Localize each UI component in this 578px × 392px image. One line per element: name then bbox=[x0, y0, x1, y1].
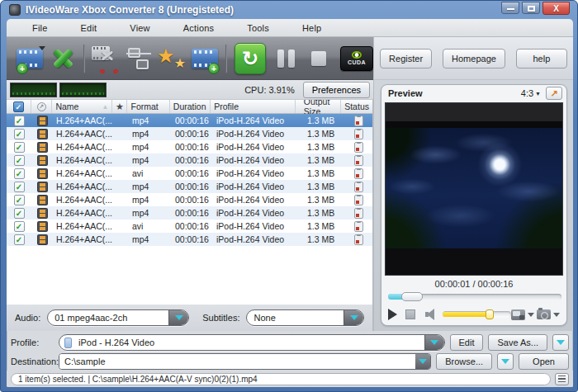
type-column-header[interactable]: ↗ bbox=[31, 100, 53, 113]
seek-thumb[interactable] bbox=[401, 292, 423, 301]
audio-subtitle-bar: Audio: 01 mpeg4aac-2ch Subtitles: None bbox=[7, 305, 373, 331]
subtitles-dropdown-cap[interactable] bbox=[343, 310, 363, 325]
cuda-button[interactable]: CUDA bbox=[340, 41, 373, 76]
add-file-button[interactable]: + bbox=[13, 41, 46, 76]
save-as-dropdown-button[interactable] bbox=[552, 334, 569, 351]
table-row[interactable]: ✓ H.264+AAC(... mp4 00:00:16 iPod-H.264 … bbox=[7, 206, 372, 220]
table-row[interactable]: ✓ H.264+AAC(... mp4 00:00:16 iPod-H.264 … bbox=[7, 153, 372, 167]
menu-tools[interactable]: Tools bbox=[236, 19, 280, 37]
audio-select[interactable]: 01 mpeg4aac-2ch bbox=[47, 309, 189, 326]
status-clipboard-icon bbox=[354, 182, 363, 192]
volume-thumb[interactable] bbox=[486, 309, 494, 319]
preferences-button[interactable]: Preferences bbox=[303, 82, 370, 98]
row-format: avi bbox=[129, 221, 172, 231]
subtitles-select[interactable]: None bbox=[246, 309, 364, 326]
row-profile: iPod-H.264 Video bbox=[213, 182, 299, 191]
table-row[interactable]: ✓ H.264+AAC(... avi 00:00:16 iPod-H.264 … bbox=[7, 167, 372, 180]
chevron-down-icon bbox=[501, 359, 509, 364]
destination-input[interactable] bbox=[59, 354, 415, 369]
table-row[interactable]: ✓ H.264+AAC(... mp4 00:00:16 iPod-H.264 … bbox=[7, 233, 372, 246]
row-checkbox[interactable]: ✓ bbox=[14, 234, 25, 245]
audio-dropdown-cap[interactable] bbox=[168, 310, 188, 325]
select-all-checkbox[interactable]: ✓ bbox=[13, 102, 24, 112]
row-output-size: 1.3 MB bbox=[299, 208, 345, 218]
name-column-header[interactable]: Name▲ bbox=[52, 100, 112, 113]
star-column-header[interactable]: ★ bbox=[112, 100, 127, 113]
row-checkbox[interactable]: ✓ bbox=[14, 116, 25, 126]
trim-button[interactable] bbox=[89, 41, 122, 76]
duration-column-header[interactable]: Duration bbox=[170, 100, 211, 113]
row-checkbox[interactable]: ✓ bbox=[14, 195, 25, 205]
convert-button[interactable]: ↻ bbox=[231, 41, 269, 76]
row-duration: 00:00:16 bbox=[172, 116, 213, 125]
camera-icon[interactable] bbox=[537, 309, 551, 319]
maximize-button[interactable] bbox=[522, 2, 540, 14]
row-checkbox[interactable]: ✓ bbox=[14, 182, 25, 192]
destination-label: Destination: bbox=[11, 357, 54, 366]
status-clipboard-icon bbox=[354, 142, 363, 153]
destination-dropdown-cap[interactable] bbox=[415, 354, 430, 369]
chevron-down-icon bbox=[39, 46, 45, 50]
snapshot-dropdown-icon[interactable] bbox=[528, 313, 534, 317]
pause-icon bbox=[277, 50, 295, 68]
add-video-button[interactable]: + bbox=[188, 41, 221, 76]
volume-slider[interactable] bbox=[443, 311, 511, 318]
table-row[interactable]: ✓ H.264+AAC(... mp4 00:00:16 iPod-H.264 … bbox=[7, 180, 372, 193]
select-all-header[interactable]: ✓ bbox=[7, 100, 31, 113]
table-row[interactable]: ✓ H.264+AAC(... mp4 00:00:16 iPod-H.264 … bbox=[7, 127, 372, 140]
menu-help[interactable]: Help bbox=[291, 19, 332, 37]
camera-dropdown-icon[interactable] bbox=[553, 313, 560, 317]
remove-button[interactable] bbox=[46, 41, 79, 76]
subtitles-value: None bbox=[247, 313, 343, 323]
row-name: H.264+AAC(... bbox=[53, 221, 114, 231]
menu-edit[interactable]: Edit bbox=[70, 19, 108, 37]
table-row[interactable]: ✓ H.264+AAC(... mp4 00:00:16 iPod-H.264 … bbox=[7, 193, 372, 206]
row-checkbox[interactable]: ✓ bbox=[14, 155, 25, 166]
browse-button[interactable]: Browse... bbox=[436, 353, 492, 370]
profile-column-header[interactable]: Profile bbox=[211, 100, 296, 113]
row-checkbox[interactable]: ✓ bbox=[14, 168, 25, 179]
save-as-button[interactable]: Save As... bbox=[488, 334, 547, 351]
row-checkbox[interactable]: ✓ bbox=[14, 208, 25, 219]
help-button[interactable]: help bbox=[516, 49, 567, 68]
table-row[interactable]: ✓ H.264+AAC(... mp4 00:00:16 iPod-H.264 … bbox=[7, 114, 372, 127]
menu-file[interactable]: File bbox=[21, 19, 59, 37]
row-checkbox[interactable]: ✓ bbox=[14, 129, 25, 139]
homepage-button[interactable]: Homepage bbox=[443, 49, 505, 68]
stop-playback-button[interactable] bbox=[405, 309, 415, 319]
pause-button[interactable] bbox=[269, 41, 302, 76]
close-button[interactable]: X bbox=[542, 2, 570, 15]
menu-actions[interactable]: Actions bbox=[173, 19, 225, 37]
output-size-column-header[interactable]: Output Size bbox=[296, 100, 341, 113]
open-button[interactable]: Open bbox=[519, 353, 569, 370]
row-duration: 00:00:16 bbox=[172, 234, 213, 244]
status-column-header[interactable]: Status bbox=[341, 100, 372, 113]
seek-bar[interactable] bbox=[388, 294, 561, 300]
row-name: H.264+AAC(... bbox=[53, 234, 114, 244]
row-format: mp4 bbox=[129, 116, 172, 125]
profile-dropdown-cap[interactable] bbox=[424, 335, 444, 350]
status-clipboard-icon bbox=[354, 129, 363, 139]
row-checkbox[interactable]: ✓ bbox=[14, 142, 25, 153]
play-button[interactable] bbox=[388, 309, 397, 320]
log-button[interactable] bbox=[555, 373, 569, 385]
volume-icon[interactable] bbox=[425, 309, 438, 320]
merge-button[interactable] bbox=[122, 41, 155, 76]
snapshot-film-icon[interactable] bbox=[511, 309, 525, 320]
profile-select[interactable]: iPod - H.264 Video bbox=[59, 334, 445, 351]
table-row[interactable]: ✓ H.264+AAC(... mp4 00:00:16 iPod-H.264 … bbox=[7, 140, 372, 153]
stop-button[interactable] bbox=[302, 41, 335, 76]
row-duration: 00:00:16 bbox=[172, 168, 213, 178]
cpu-usage-label: CPU: 3.91% bbox=[244, 85, 295, 95]
edit-profile-button[interactable]: Edit bbox=[450, 334, 484, 351]
detach-preview-button[interactable]: ↗ bbox=[546, 87, 562, 100]
format-column-header[interactable]: Format bbox=[127, 100, 169, 113]
minimize-button[interactable] bbox=[501, 2, 519, 14]
aspect-ratio-select[interactable]: 4:3 ▼ bbox=[521, 88, 541, 98]
effect-button[interactable]: ★ ★ bbox=[155, 41, 188, 76]
menu-view[interactable]: View bbox=[119, 19, 160, 37]
register-button[interactable]: Register bbox=[380, 49, 432, 68]
table-row[interactable]: ✓ H.264+AAC(... avi 00:00:16 iPod-H.264 … bbox=[7, 220, 372, 233]
browse-dropdown-button[interactable] bbox=[497, 353, 514, 370]
row-checkbox[interactable]: ✓ bbox=[14, 221, 25, 232]
